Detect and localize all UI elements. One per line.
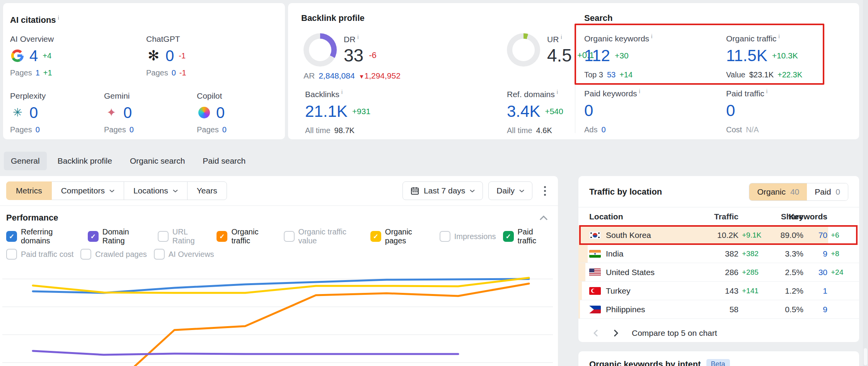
- organic-traffic-label: Organic traffic: [726, 34, 776, 43]
- info-icon[interactable]: i: [766, 88, 767, 94]
- pages-value[interactable]: 0: [222, 125, 227, 134]
- metric-checkbox-organic-pages[interactable]: ✓Organic pages: [370, 227, 433, 245]
- metric-label: Organic traffic: [231, 227, 276, 245]
- location-name-cell[interactable]: Turkey: [589, 286, 701, 296]
- info-icon[interactable]: i: [58, 14, 59, 21]
- metric-checkbox-url-rating[interactable]: URL Rating: [158, 227, 210, 245]
- pages-value[interactable]: 1: [36, 68, 40, 77]
- location-row-tr[interactable]: Turkey143+1411.2%1: [578, 282, 859, 300]
- metric-label: Organic pages: [385, 227, 433, 245]
- pages-value[interactable]: 0: [172, 68, 176, 77]
- next-page-chevron-right-icon[interactable]: [609, 327, 622, 340]
- ads-value[interactable]: 0: [601, 125, 605, 134]
- paid-keywords-value[interactable]: 0: [584, 101, 593, 120]
- location-name-cell[interactable]: India: [589, 249, 701, 258]
- metric-checkbox-ai-overviews[interactable]: AI Overviews: [154, 249, 214, 260]
- ar-value[interactable]: 2,848,084: [319, 71, 355, 80]
- location-row-kr[interactable]: South Korea10.2K+9.1K89.0%70+6: [578, 226, 859, 245]
- filter-segment-label: Metrics: [16, 186, 42, 195]
- pages-label: Pages: [197, 125, 219, 134]
- page-scrollbar-thumb[interactable]: [864, 348, 867, 365]
- keywords-value[interactable]: 30: [803, 268, 827, 277]
- location-name-cell[interactable]: South Korea: [589, 231, 701, 240]
- google-icon: [10, 48, 25, 63]
- traffic-delta: +9.1K: [738, 231, 766, 239]
- metric-checkbox-paid-traffic-cost[interactable]: Paid traffic cost: [6, 249, 73, 260]
- share-bar: [578, 245, 588, 263]
- more-options-kebab-icon[interactable]: [538, 181, 552, 200]
- pages-value[interactable]: 0: [36, 125, 40, 134]
- location-name-cell[interactable]: United States: [589, 268, 701, 277]
- metric-checkbox-impressions[interactable]: Impressions: [440, 231, 496, 242]
- compare-top5-link[interactable]: Compare top 5 on chart: [632, 328, 717, 338]
- performance-chart-canvas[interactable]: [0, 262, 558, 366]
- metric-checkbox-crawled-pages[interactable]: Crawled pages: [80, 249, 147, 260]
- filter-segment-competitors[interactable]: Competitors: [51, 181, 124, 200]
- tab-backlink-profile[interactable]: Backlink profile: [51, 152, 119, 170]
- share-value: 0.5%: [766, 305, 803, 314]
- traffic-value: 10.2K: [701, 231, 738, 240]
- tab-general[interactable]: General: [4, 152, 47, 170]
- location-row-us[interactable]: United States286+2852.5%30+24: [578, 263, 859, 282]
- ai-citation-item: ChatGPT✻0-1Pages0-1: [146, 34, 186, 77]
- info-icon[interactable]: i: [557, 89, 558, 95]
- keywords-value[interactable]: 70: [803, 231, 827, 240]
- checked-checkbox-icon: ✓: [217, 231, 227, 242]
- tab-organic-search[interactable]: Organic search: [123, 152, 192, 170]
- collapse-chevron-up-icon[interactable]: [539, 215, 548, 221]
- backlinks-alltime-label: All time: [305, 126, 331, 135]
- backlinks-value[interactable]: 21.1K: [305, 102, 348, 121]
- toggle-paid[interactable]: Paid0: [807, 183, 848, 200]
- filter-segment-years[interactable]: Years: [187, 181, 227, 200]
- prev-page-chevron-left-icon[interactable]: [589, 327, 602, 340]
- location-name-cell[interactable]: Philippines: [589, 305, 701, 314]
- pages-delta: +1: [43, 68, 52, 77]
- metric-checkbox-organic-traffic[interactable]: ✓Organic traffic: [217, 227, 276, 245]
- ai-pages-row: Pages0: [104, 125, 197, 134]
- location-row-ph[interactable]: Philippines580.5%9: [578, 300, 859, 319]
- column-header-traffic[interactable]: Traffic: [701, 212, 738, 221]
- column-header-keywords[interactable]: Keywords: [803, 212, 827, 221]
- organic-keywords-value[interactable]: 112: [584, 46, 610, 65]
- organic-traffic-value[interactable]: 11.5K: [726, 46, 767, 65]
- info-icon[interactable]: i: [639, 88, 640, 94]
- ref-domains-value[interactable]: 3.4K: [507, 102, 540, 121]
- filter-segment-metrics[interactable]: Metrics: [6, 181, 52, 200]
- paid-keywords-label: Paid keywords: [584, 89, 637, 98]
- paid-traffic-value[interactable]: 0: [726, 101, 735, 120]
- info-icon[interactable]: i: [651, 33, 652, 39]
- info-icon[interactable]: i: [561, 34, 562, 40]
- top3-value[interactable]: 53: [607, 70, 616, 79]
- info-icon[interactable]: i: [341, 89, 343, 95]
- date-range-label: Last 7 days: [424, 186, 465, 195]
- ai-citation-value[interactable]: 4: [29, 47, 38, 65]
- metric-checkbox-referring-domains[interactable]: ✓Referring domains: [6, 227, 81, 245]
- url-rating-donut: [507, 33, 540, 67]
- keywords-value[interactable]: 9: [803, 249, 827, 258]
- granularity-button[interactable]: Daily: [488, 181, 532, 200]
- pages-value[interactable]: 0: [130, 125, 134, 134]
- info-icon[interactable]: i: [357, 34, 358, 40]
- date-range-button[interactable]: Last 7 days: [402, 181, 483, 200]
- unchecked-checkbox-icon: [158, 231, 169, 242]
- filter-segment-locations[interactable]: Locations: [124, 181, 188, 200]
- metric-checkbox-organic-traffic-value[interactable]: Organic traffic value: [284, 227, 363, 245]
- ai-citation-value[interactable]: 0: [123, 104, 132, 121]
- ai-citation-value[interactable]: 0: [165, 47, 174, 65]
- metric-checkbox-paid-traffic[interactable]: ✓Paid traffic: [503, 227, 552, 245]
- location-row-in[interactable]: India382+3823.3%9+8: [578, 245, 859, 263]
- keywords-value[interactable]: 1: [803, 286, 827, 296]
- page-scrollbar-track[interactable]: [863, 0, 868, 366]
- ai-citations-card: AI citationsi AI Overview4+4Pages1+1Chat…: [3, 3, 285, 139]
- ai-citation-value[interactable]: 0: [216, 104, 225, 121]
- location-table-header: LocationTrafficShareKeywords: [578, 207, 859, 226]
- chevron-down-icon: [173, 189, 178, 193]
- column-header-location[interactable]: Location: [589, 212, 701, 221]
- info-icon[interactable]: i: [778, 33, 779, 39]
- location-name: Turkey: [606, 286, 630, 296]
- keywords-value[interactable]: 9: [803, 305, 827, 314]
- toggle-organic[interactable]: Organic40: [749, 183, 807, 200]
- tab-paid-search[interactable]: Paid search: [196, 152, 252, 170]
- ai-citation-value[interactable]: 0: [29, 104, 38, 121]
- metric-checkbox-domain-rating[interactable]: ✓Domain Rating: [88, 227, 151, 245]
